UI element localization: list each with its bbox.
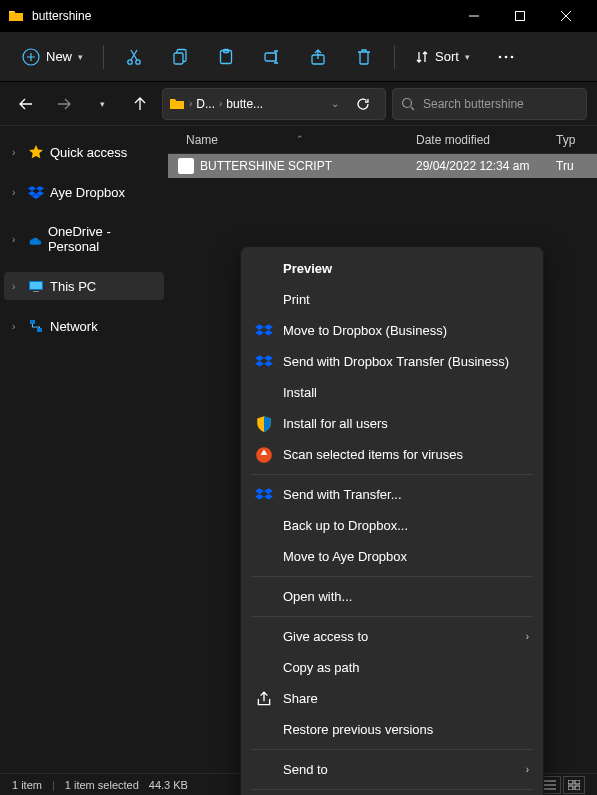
rename-button[interactable] <box>252 37 292 77</box>
menu-separator <box>251 576 533 577</box>
cut-button[interactable] <box>114 37 154 77</box>
selection-size: 44.3 KB <box>149 779 188 791</box>
more-button[interactable] <box>486 37 526 77</box>
minimize-button[interactable] <box>451 0 497 32</box>
up-button[interactable] <box>124 88 156 120</box>
menu-item-open-with[interactable]: Open with... <box>241 581 543 612</box>
copy-button[interactable] <box>160 37 200 77</box>
share-button[interactable] <box>298 37 338 77</box>
menu-item-share[interactable]: Share <box>241 683 543 714</box>
sort-icon <box>415 50 429 64</box>
refresh-button[interactable] <box>347 88 379 120</box>
sidebar-item-label: OneDrive - Personal <box>48 224 156 254</box>
chevron-right-icon[interactable]: › <box>12 147 22 158</box>
svg-rect-16 <box>30 320 35 324</box>
toolbar-divider <box>394 45 395 69</box>
shield-icon <box>255 415 273 433</box>
svg-rect-21 <box>575 786 580 790</box>
file-icon <box>178 158 194 174</box>
sidebar-item-onedrive[interactable]: › OneDrive - Personal <box>4 218 164 260</box>
svg-rect-14 <box>30 282 42 289</box>
onedrive-icon <box>27 231 42 247</box>
svg-rect-20 <box>568 786 573 790</box>
menu-item-install-all-users[interactable]: Install for all users <box>241 408 543 439</box>
sort-button[interactable]: Sort ▾ <box>405 43 480 70</box>
paste-button[interactable] <box>206 37 246 77</box>
folder-icon <box>8 8 24 24</box>
sort-indicator-icon: ⌃ <box>296 134 304 144</box>
command-toolbar: New ▾ Sort ▾ <box>0 32 597 82</box>
chevron-right-icon[interactable]: › <box>12 281 22 292</box>
column-header-type[interactable]: Typ <box>556 133 597 147</box>
svg-rect-7 <box>265 53 276 61</box>
menu-item-move-dropbox-business[interactable]: Move to Dropbox (Business) <box>241 315 543 346</box>
breadcrumb-part[interactable]: D... <box>196 97 215 111</box>
forward-button[interactable] <box>48 88 80 120</box>
chevron-right-icon[interactable]: › <box>12 321 22 332</box>
sidebar-item-aye-dropbox[interactable]: › Aye Dropbox <box>4 178 164 206</box>
context-menu: Preview Print Move to Dropbox (Business)… <box>240 246 544 795</box>
svg-point-12 <box>403 98 412 107</box>
column-header-date[interactable]: Date modified <box>416 133 556 147</box>
dropbox-icon <box>28 184 44 200</box>
sidebar-item-network[interactable]: › Network <box>4 312 164 340</box>
sidebar-item-this-pc[interactable]: › This PC <box>4 272 164 300</box>
sidebar-item-label: Aye Dropbox <box>50 185 125 200</box>
network-icon <box>28 318 44 334</box>
menu-item-give-access-to[interactable]: Give access to› <box>241 621 543 652</box>
breadcrumb-part[interactable]: butte... <box>226 97 263 111</box>
menu-item-back-up-dropbox[interactable]: Back up to Dropbox... <box>241 510 543 541</box>
svg-rect-15 <box>33 291 39 292</box>
pc-icon <box>28 278 44 294</box>
dropbox-icon <box>255 353 273 371</box>
svg-rect-0 <box>516 12 525 21</box>
plus-circle-icon <box>22 48 40 66</box>
svg-point-10 <box>505 55 508 58</box>
breadcrumb[interactable]: › D... › butte... ⌄ <box>162 88 386 120</box>
column-header-name[interactable]: Name ⌃ <box>168 133 416 147</box>
share-icon <box>255 690 273 708</box>
address-bar-row: ▾ › D... › butte... ⌄ Search buttershine <box>0 82 597 126</box>
file-type: Tru <box>556 159 597 173</box>
svg-point-3 <box>136 59 140 63</box>
delete-button[interactable] <box>344 37 384 77</box>
menu-separator <box>251 789 533 790</box>
folder-icon <box>169 96 185 112</box>
chevron-right-icon[interactable]: › <box>12 187 22 198</box>
menu-item-copy-as-path[interactable]: Copy as path <box>241 652 543 683</box>
chevron-right-icon[interactable]: › <box>12 234 21 245</box>
chevron-down-icon[interactable]: ⌄ <box>331 98 339 109</box>
dropbox-icon <box>255 486 273 504</box>
menu-item-install[interactable]: Install <box>241 377 543 408</box>
menu-item-send-to[interactable]: Send to› <box>241 754 543 785</box>
search-input[interactable]: Search buttershine <box>392 88 587 120</box>
sidebar-item-label: Network <box>50 319 98 334</box>
menu-item-preview[interactable]: Preview <box>241 253 543 284</box>
menu-item-move-aye-dropbox[interactable]: Move to Aye Dropbox <box>241 541 543 572</box>
selection-count: 1 item selected <box>65 779 139 791</box>
file-name: BUTTERSHINE SCRIPT <box>200 159 416 173</box>
sidebar-item-quick-access[interactable]: › Quick access <box>4 138 164 166</box>
recent-locations-button[interactable]: ▾ <box>86 88 118 120</box>
maximize-button[interactable] <box>497 0 543 32</box>
new-button[interactable]: New ▾ <box>12 42 93 72</box>
svg-rect-17 <box>37 328 42 332</box>
column-headers: Name ⌃ Date modified Typ <box>168 126 597 154</box>
menu-item-print[interactable]: Print <box>241 284 543 315</box>
back-button[interactable] <box>10 88 42 120</box>
menu-item-scan-viruses[interactable]: Scan selected items for viruses <box>241 439 543 470</box>
file-row[interactable]: BUTTERSHINE SCRIPT 29/04/2022 12:34 am T… <box>168 154 597 178</box>
svg-point-11 <box>511 55 514 58</box>
menu-item-send-with-transfer[interactable]: Send with Transfer... <box>241 479 543 510</box>
sidebar-item-label: Quick access <box>50 145 127 160</box>
new-label: New <box>46 49 72 64</box>
chevron-right-icon: › <box>526 764 529 775</box>
search-icon <box>401 97 415 111</box>
window-title: buttershine <box>32 9 451 23</box>
chevron-down-icon: ▾ <box>78 52 83 62</box>
close-button[interactable] <box>543 0 589 32</box>
thumbnails-view-button[interactable] <box>563 776 585 794</box>
menu-item-restore-versions[interactable]: Restore previous versions <box>241 714 543 745</box>
svg-point-2 <box>128 59 132 63</box>
menu-item-send-dropbox-transfer-business[interactable]: Send with Dropbox Transfer (Business) <box>241 346 543 377</box>
